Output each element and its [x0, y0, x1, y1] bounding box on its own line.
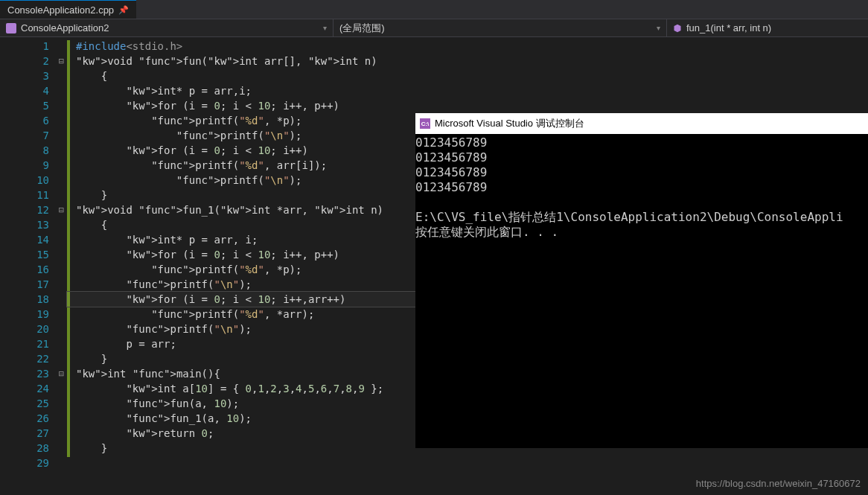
console-line: 0123456789 [415, 150, 868, 165]
line-number: 1 [0, 39, 67, 54]
nav-mid-label: (全局范围) [339, 22, 385, 35]
console-line: 0123456789 [415, 135, 868, 150]
watermark: https://blog.csdn.net/weixin_47160672 [696, 478, 861, 489]
code-line[interactable]: #include<stdio.h> [67, 39, 868, 54]
debug-console-window: C:\ Microsoft Visual Studio 调试控制台 012345… [415, 113, 868, 448]
line-number: 13 [0, 217, 67, 232]
line-number: 17 [0, 277, 67, 292]
console-line: 0123456789 [415, 165, 868, 180]
tab-bar: ConsoleApplication2.cpp 📌 [0, 0, 868, 19]
line-number: 29 [0, 456, 67, 470]
line-number: 6 [0, 113, 67, 128]
nav-project-dropdown[interactable]: ConsoleApplication2 ▾ [0, 19, 334, 36]
console-line: E:\C\VS_file\指针总结1\ConsoleApplication2\D… [415, 210, 868, 225]
line-number: 14 [0, 232, 67, 247]
nav-right-label: fun_1(int * arr, int n) [686, 22, 771, 33]
line-number: 3 [0, 68, 67, 83]
console-line [415, 195, 868, 210]
code-line[interactable]: "kw">void "func">fun("kw">int arr[], "kw… [67, 54, 868, 68]
console-title-text: Microsoft Visual Studio 调试控制台 [435, 117, 584, 130]
line-number: 7 [0, 128, 67, 143]
line-number: 28 [0, 441, 67, 456]
navigation-bar: ConsoleApplication2 ▾ (全局范围) ▾ fun_1(int… [0, 19, 868, 37]
line-number: 5 [0, 98, 67, 113]
code-line[interactable]: "kw">int* p = arr,i; [67, 83, 868, 98]
project-icon [6, 23, 16, 33]
line-number: 26 [0, 411, 67, 426]
code-line[interactable] [67, 456, 868, 470]
nav-left-label: ConsoleApplication2 [21, 22, 109, 33]
line-gutter: 1234567891011121314151617181920212223242… [0, 37, 67, 495]
code-line[interactable]: { [67, 68, 868, 83]
line-number: 15 [0, 247, 67, 262]
pin-icon[interactable]: 📌 [118, 5, 129, 15]
line-number: 12 [0, 202, 67, 217]
line-number: 9 [0, 158, 67, 173]
line-number: 27 [0, 426, 67, 441]
nav-function-dropdown[interactable]: fun_1(int * arr, int n) [667, 19, 868, 36]
console-line: 0123456789 [415, 180, 868, 195]
chevron-down-icon: ▾ [323, 24, 327, 32]
line-number: 19 [0, 307, 67, 322]
console-line: 按任意键关闭此窗口. . . [415, 225, 868, 240]
line-number: 24 [0, 381, 67, 396]
console-titlebar[interactable]: C:\ Microsoft Visual Studio 调试控制台 [415, 113, 868, 134]
code-line[interactable]: "kw">for (i = 0; i < 10; i++, p++) [67, 98, 868, 113]
console-icon: C:\ [420, 118, 430, 129]
line-number: 2 [0, 54, 67, 68]
line-number: 22 [0, 351, 67, 366]
line-number: 11 [0, 188, 67, 202]
nav-scope-dropdown[interactable]: (全局范围) ▾ [334, 19, 667, 36]
chevron-down-icon: ▾ [657, 24, 660, 32]
line-number: 25 [0, 396, 67, 411]
line-number: 18 [0, 292, 67, 307]
line-number: 10 [0, 173, 67, 188]
tab-label: ConsoleApplication2.cpp [7, 4, 114, 16]
function-icon [673, 24, 682, 33]
file-tab[interactable]: ConsoleApplication2.cpp 📌 [0, 0, 136, 19]
line-number: 4 [0, 83, 67, 98]
line-number: 8 [0, 143, 67, 158]
line-number: 16 [0, 262, 67, 277]
console-output[interactable]: 0123456789012345678901234567890123456789… [415, 134, 868, 241]
line-number: 23 [0, 366, 67, 381]
line-number: 20 [0, 322, 67, 336]
line-number: 21 [0, 336, 67, 351]
